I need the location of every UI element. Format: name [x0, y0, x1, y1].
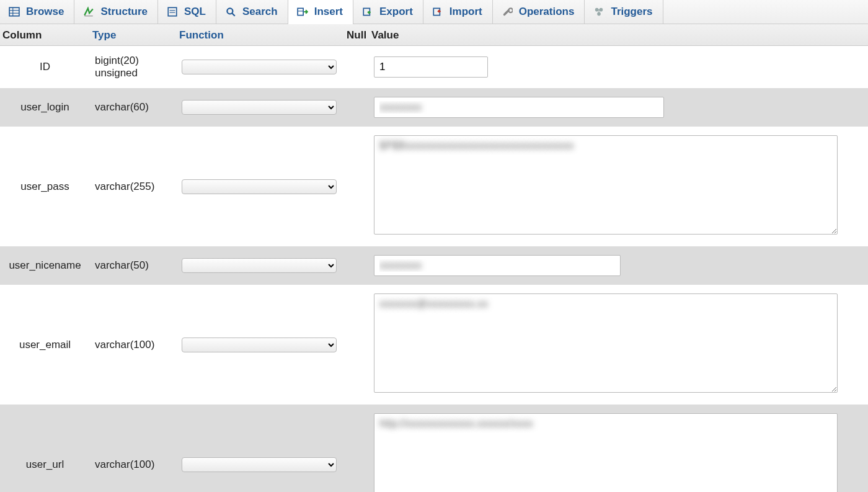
header-column: Column: [0, 24, 90, 46]
tab-triggers[interactable]: Triggers: [585, 0, 663, 24]
function-cell: [177, 88, 344, 127]
header-function[interactable]: Function: [177, 24, 344, 46]
column-type: varchar(50): [90, 246, 177, 285]
tab-label: SQL: [184, 6, 206, 18]
tab-label: Search: [242, 6, 278, 18]
tab-label: Triggers: [611, 6, 652, 18]
function-cell: [177, 246, 344, 285]
sql-icon: [167, 6, 178, 17]
tab-sql[interactable]: SQL: [158, 0, 216, 24]
function-cell: [177, 127, 344, 246]
column-name: user_pass: [0, 127, 90, 246]
header-type[interactable]: Type: [90, 24, 177, 46]
column-type: varchar(60): [90, 88, 177, 127]
tab-insert[interactable]: Insert: [288, 0, 353, 24]
header-null: Null: [344, 24, 369, 46]
export-icon: [362, 6, 373, 17]
function-select[interactable]: [182, 338, 337, 352]
tab-export[interactable]: Export: [353, 0, 423, 24]
null-cell: [344, 285, 369, 405]
null-cell: [344, 46, 369, 89]
value-cell: [369, 46, 868, 89]
function-select[interactable]: [182, 60, 337, 74]
null-cell: [344, 88, 369, 127]
function-select[interactable]: [182, 457, 337, 472]
value-cell: [369, 405, 868, 492]
svg-rect-0: [9, 7, 19, 16]
value-cell: [369, 246, 868, 285]
nav-tabs: BrowseStructureSQLSearchInsertExportImpo…: [0, 0, 868, 24]
triggers-icon: [593, 6, 604, 17]
operations-icon: [502, 6, 513, 17]
tab-label: Structure: [100, 6, 148, 18]
value-cell: [369, 88, 868, 127]
table-row: user_loginvarchar(60): [0, 88, 868, 127]
column-type: bigint(20) unsigned: [90, 46, 177, 89]
value-cell: [369, 285, 868, 405]
function-select[interactable]: [182, 179, 337, 194]
column-name: user_email: [0, 285, 90, 405]
value-input-ID[interactable]: [374, 56, 488, 78]
tab-label: Operations: [519, 6, 575, 18]
function-select[interactable]: [182, 258, 337, 273]
value-input-user_url[interactable]: [374, 413, 838, 492]
svg-line-9: [232, 13, 235, 16]
tab-operations[interactable]: Operations: [493, 0, 585, 24]
insert-form-table: Column Type Function Null Value IDbigint…: [0, 24, 868, 492]
structure-icon: [83, 6, 94, 17]
header-value: Value: [369, 24, 868, 46]
table-icon: [9, 6, 20, 17]
null-cell: [344, 127, 369, 246]
tab-label: Import: [450, 6, 482, 18]
value-input-user_nicename[interactable]: [374, 255, 621, 276]
insert-icon: [297, 6, 308, 17]
function-cell: [177, 46, 344, 89]
column-name: ID: [0, 46, 90, 89]
table-row: user_passvarchar(255): [0, 127, 868, 246]
column-type: varchar(100): [90, 405, 177, 492]
tab-label: Browse: [26, 6, 64, 18]
column-name: user_url: [0, 405, 90, 492]
tab-label: Insert: [314, 6, 343, 18]
value-input-user_pass[interactable]: [374, 135, 838, 235]
function-cell: [177, 285, 344, 405]
table-row: user_urlvarchar(100): [0, 405, 868, 492]
value-input-user_login[interactable]: [374, 97, 664, 118]
table-row: user_nicenamevarchar(50): [0, 246, 868, 285]
tab-import[interactable]: Import: [423, 0, 493, 24]
search-icon: [225, 6, 236, 17]
column-name: user_login: [0, 88, 90, 127]
value-input-user_email[interactable]: [374, 293, 838, 393]
import-icon: [432, 6, 443, 17]
null-cell: [344, 405, 369, 492]
table-row: user_emailvarchar(100): [0, 285, 868, 405]
tab-search[interactable]: Search: [216, 0, 288, 24]
svg-rect-10: [298, 8, 303, 15]
column-name: user_nicename: [0, 246, 90, 285]
tab-browse[interactable]: Browse: [0, 0, 74, 24]
table-row: IDbigint(20) unsigned: [0, 46, 868, 89]
column-type: varchar(100): [90, 285, 177, 405]
column-type: varchar(255): [90, 127, 177, 246]
null-cell: [344, 246, 369, 285]
value-cell: [369, 127, 868, 246]
function-select[interactable]: [182, 100, 337, 115]
tab-label: Export: [379, 6, 413, 18]
function-cell: [177, 405, 344, 492]
tab-structure[interactable]: Structure: [74, 0, 158, 24]
svg-point-8: [227, 8, 232, 14]
svg-line-14: [504, 11, 508, 15]
svg-rect-5: [168, 7, 177, 16]
